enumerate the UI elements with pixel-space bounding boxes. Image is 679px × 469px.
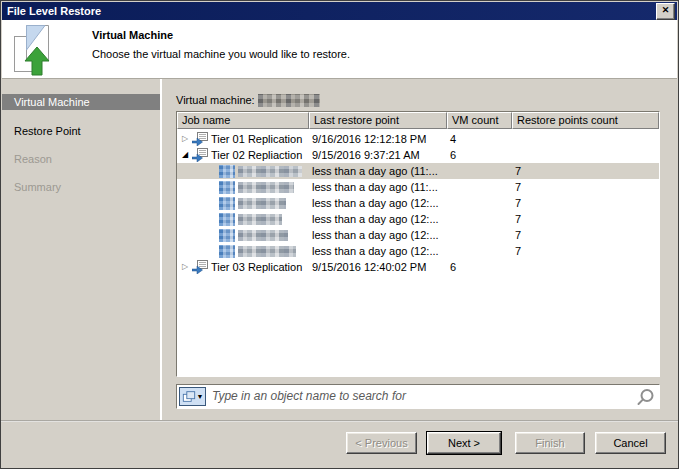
sidebar-item-summary: Summary xyxy=(2,179,160,195)
restore-points-count-cell: 7 xyxy=(512,195,659,211)
vm-count-cell xyxy=(447,179,512,195)
job-name: Tier 03 Replication xyxy=(211,259,302,275)
last-restore-point-cell: less than a day ago (11:... xyxy=(309,179,447,195)
vm-icon-redacted xyxy=(219,165,235,178)
tree-expand-icon[interactable]: ▷ xyxy=(180,259,190,275)
listview-header: Job name Last restore point VM count Res… xyxy=(177,112,659,129)
vm-name-redacted xyxy=(238,198,286,209)
search-input[interactable] xyxy=(212,387,631,405)
replication-job-icon xyxy=(192,260,208,274)
step-title: Virtual Machine xyxy=(92,29,173,41)
tree-rows: ▷Tier 01 Replication9/16/2016 12:12:18 P… xyxy=(177,129,659,376)
restore-points-count-cell xyxy=(512,147,659,163)
column-header-last-restore-point[interactable]: Last restore point xyxy=(309,112,447,129)
search-icon[interactable] xyxy=(636,388,655,407)
restore-points-count-cell: 7 xyxy=(512,243,659,259)
wizard-steps-sidebar: Virtual Machine Restore Point Reason Sum… xyxy=(2,79,160,420)
vm-icon-redacted xyxy=(219,229,235,242)
vm-count-cell: 6 xyxy=(447,259,512,275)
restore-document-icon xyxy=(10,23,62,76)
job-name: Tier 02 Repliaction xyxy=(211,147,302,163)
job-name-cell xyxy=(177,163,309,179)
restore-points-count-cell xyxy=(512,259,659,275)
sidebar-item-label: Restore Point xyxy=(14,125,81,137)
vm-count-cell xyxy=(447,243,512,259)
table-row-vm[interactable]: less than a day ago (12:...7 xyxy=(177,227,659,243)
sidebar-item-label: Reason xyxy=(14,153,52,165)
vm-name-redacted xyxy=(238,230,288,241)
vm-icon-redacted xyxy=(219,197,235,210)
vm-name-redacted xyxy=(238,166,302,177)
last-restore-point-cell: 9/16/2016 12:12:18 PM xyxy=(309,131,447,147)
column-header-restore-points-count[interactable]: Restore points count xyxy=(512,112,659,129)
job-tree-listview[interactable]: Job name Last restore point VM count Res… xyxy=(176,111,660,377)
vm-icon-redacted xyxy=(219,245,235,258)
search-box[interactable]: ▼ xyxy=(176,384,660,409)
last-restore-point-cell: 9/15/2016 12:40:02 PM xyxy=(309,259,447,275)
titlebar[interactable]: File Level Restore xyxy=(2,2,677,20)
tree-expand-icon[interactable]: ▷ xyxy=(180,131,190,147)
virtual-machine-value-redacted xyxy=(258,94,320,107)
restore-points-count-cell: 7 xyxy=(512,179,659,195)
search-scope-dropdown[interactable]: ▼ xyxy=(179,387,206,406)
table-row-vm[interactable]: less than a day ago (11:...7 xyxy=(177,163,659,179)
table-row-job[interactable]: ◢Tier 02 Repliaction9/15/2016 9:37:21 AM… xyxy=(177,147,659,163)
restore-points-count-cell xyxy=(512,131,659,147)
job-name-cell xyxy=(177,179,309,195)
previous-button: < Previous xyxy=(346,432,417,454)
cancel-button[interactable]: Cancel xyxy=(595,432,666,454)
vm-name-redacted xyxy=(238,246,296,257)
job-name-cell xyxy=(177,211,309,227)
footer-separator xyxy=(1,420,678,422)
tree-collapse-icon[interactable]: ◢ xyxy=(180,147,190,163)
last-restore-point-cell: less than a day ago (11:... xyxy=(309,163,447,179)
table-row-vm[interactable]: less than a day ago (12:...7 xyxy=(177,211,659,227)
window-title: File Level Restore xyxy=(7,5,101,17)
table-row-vm[interactable]: less than a day ago (11:...7 xyxy=(177,179,659,195)
sidebar-divider xyxy=(160,79,162,420)
job-name-cell xyxy=(177,243,309,259)
last-restore-point-cell: less than a day ago (12:... xyxy=(309,227,447,243)
job-name-cell xyxy=(177,227,309,243)
vm-count-cell xyxy=(447,195,512,211)
finish-button: Finish xyxy=(515,432,585,454)
vm-count-cell xyxy=(447,227,512,243)
restore-points-count-cell: 7 xyxy=(512,211,659,227)
job-name-cell: ▷Tier 03 Replication xyxy=(177,259,309,275)
object-scope-icon xyxy=(182,390,196,403)
sidebar-item-virtual-machine[interactable]: Virtual Machine xyxy=(2,94,160,110)
next-button[interactable]: Next > xyxy=(427,432,501,454)
vm-name-redacted xyxy=(238,214,282,225)
last-restore-point-cell: less than a day ago (12:... xyxy=(309,243,447,259)
column-header-vm-count[interactable]: VM count xyxy=(447,112,512,129)
restore-points-count-cell: 7 xyxy=(512,163,659,179)
vm-icon-redacted xyxy=(219,181,235,194)
job-name-cell xyxy=(177,195,309,211)
vm-count-cell: 4 xyxy=(447,131,512,147)
sidebar-item-reason: Reason xyxy=(2,151,160,167)
sidebar-item-label: Summary xyxy=(14,181,61,193)
table-row-vm[interactable]: less than a day ago (12:...7 xyxy=(177,195,659,211)
vm-name-redacted xyxy=(238,182,294,193)
table-row-job[interactable]: ▷Tier 01 Replication9/16/2016 12:12:18 P… xyxy=(177,131,659,147)
job-name-cell: ◢Tier 02 Repliaction xyxy=(177,147,309,163)
job-name-cell: ▷Tier 01 Replication xyxy=(177,131,309,147)
sidebar-item-label: Virtual Machine xyxy=(14,96,90,108)
last-restore-point-cell: less than a day ago (12:... xyxy=(309,195,447,211)
table-row-job[interactable]: ▷Tier 03 Replication9/15/2016 12:40:02 P… xyxy=(177,259,659,275)
column-header-job-name[interactable]: Job name xyxy=(177,112,309,129)
wizard-header: Virtual Machine Choose the virtual machi… xyxy=(2,20,677,79)
sidebar-item-restore-point[interactable]: Restore Point xyxy=(2,123,160,139)
replication-job-icon xyxy=(192,132,208,146)
vm-count-cell xyxy=(447,163,512,179)
last-restore-point-cell: less than a day ago (12:... xyxy=(309,211,447,227)
close-icon[interactable]: ✕ xyxy=(656,3,675,20)
vm-icon-redacted xyxy=(219,213,235,226)
restore-points-count-cell: 7 xyxy=(512,227,659,243)
replication-job-icon xyxy=(192,148,208,162)
job-name: Tier 01 Replication xyxy=(211,131,302,147)
vm-count-cell xyxy=(447,211,512,227)
last-restore-point-cell: 9/15/2016 9:37:21 AM xyxy=(309,147,447,163)
step-subtitle: Choose the virtual machine you would lik… xyxy=(92,48,350,60)
table-row-vm[interactable]: less than a day ago (12:...7 xyxy=(177,243,659,259)
